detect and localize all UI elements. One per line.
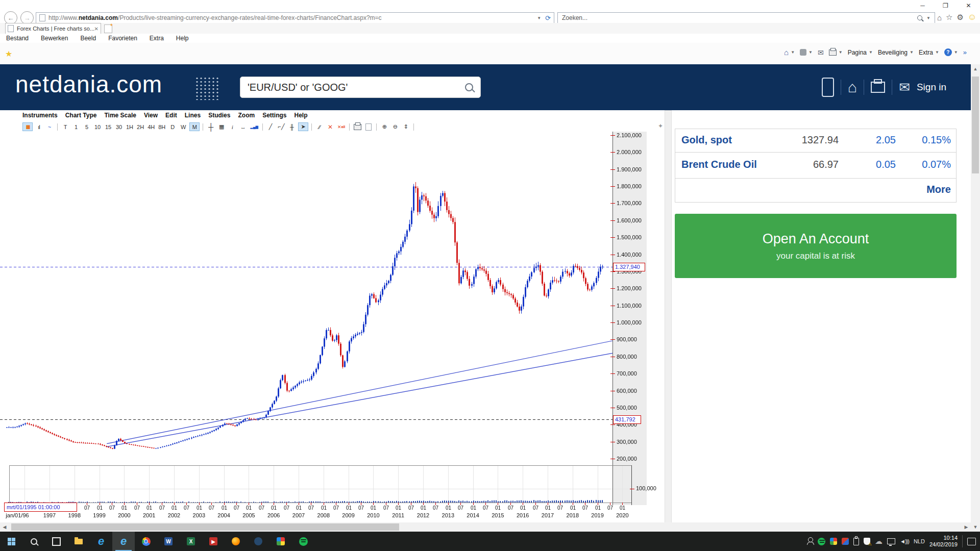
volume-icon[interactable]: ▂▄▆ [249, 123, 259, 131]
network-tray-icon[interactable] [887, 538, 895, 544]
chart-menu-settings[interactable]: Settings [262, 112, 286, 119]
chart-menu-help[interactable]: Help [294, 112, 307, 119]
info-icon[interactable]: i [228, 123, 237, 131]
print-preview-icon[interactable] [364, 123, 373, 131]
delete-all-lines-icon[interactable]: ✕all [336, 123, 346, 131]
address-dropdown-icon[interactable]: ▼ [537, 16, 541, 20]
search-box[interactable]: Zoeken... ▼ [557, 12, 935, 23]
grid-icon[interactable]: ▦ [217, 123, 226, 131]
site-print-icon[interactable] [871, 82, 885, 93]
horizontal-scroll-thumb[interactable] [11, 523, 399, 531]
taskbar-search-button[interactable] [22, 532, 45, 551]
task-view-button[interactable] [45, 532, 67, 551]
chart-canvas[interactable] [0, 132, 664, 522]
tab-forex-charts[interactable]: Forex Charts | Free charts so... ✕ [5, 23, 101, 34]
menu-favorieten[interactable]: Favorieten [108, 35, 137, 42]
timeframe-1h[interactable]: 1H [125, 123, 134, 131]
firefox-button[interactable] [225, 532, 247, 551]
start-button[interactable] [0, 532, 22, 551]
refresh-icon[interactable]: ⟳ [545, 14, 551, 22]
watchlist-row-gold[interactable]: Gold, spot 1327.94 2.05 0.15% [675, 129, 956, 153]
overflow-chevron[interactable]: » [963, 48, 967, 56]
app-dark-button[interactable] [247, 532, 270, 551]
pointer-icon[interactable]: ➤ [298, 122, 308, 131]
security-shield-tray-icon[interactable] [864, 538, 870, 545]
minimize-button[interactable]: ─ [911, 0, 934, 11]
applet-scroll-strip[interactable] [665, 110, 672, 523]
vertical-scroll-thumb[interactable] [972, 77, 979, 173]
candlestick-chart-icon[interactable]: ▮▮ [22, 122, 33, 131]
address-bar[interactable]: http://www.netdania.com/Products/live-st… [36, 12, 554, 23]
app-color-button[interactable] [270, 532, 292, 551]
home-icon[interactable]: ⌂ [937, 13, 942, 22]
bar-chart-icon[interactable]: ıl [34, 123, 43, 131]
spotify-tray-icon[interactable] [818, 538, 825, 545]
beveiliging-command[interactable]: Beveiliging▼ [878, 49, 914, 56]
timeframe-w[interactable]: W [179, 123, 188, 131]
timeframe-m[interactable]: M [189, 122, 200, 131]
site-mail-icon[interactable]: ✉ [899, 80, 910, 95]
instrument-name[interactable]: Gold, spot [681, 134, 732, 146]
more-link[interactable]: More [926, 184, 951, 195]
parallel-lines-icon[interactable]: ∕∕ [315, 123, 324, 131]
app-red-button[interactable]: ▶ [202, 532, 225, 551]
mobile-icon[interactable] [822, 78, 834, 97]
language-indicator[interactable]: NLD [914, 538, 925, 544]
people-tray-icon[interactable] [808, 540, 813, 542]
timeframe-5[interactable]: 5 [82, 123, 91, 131]
line-chart-icon[interactable]: ~ [45, 123, 54, 131]
spotify-button[interactable] [292, 532, 314, 551]
crosshair-icon[interactable]: ┼ [206, 123, 215, 131]
chrome-button[interactable] [135, 532, 157, 551]
scroll-down-icon[interactable]: ▼ [971, 522, 980, 532]
timeframe-4h[interactable]: 4H [146, 123, 156, 131]
timeframe-30[interactable]: 30 [114, 123, 124, 131]
timeframe-10[interactable]: 10 [93, 123, 102, 131]
edge-button[interactable]: e [90, 532, 112, 551]
site-home-icon[interactable]: ⌂ [848, 80, 857, 95]
restore-button[interactable]: ❐ [934, 0, 957, 11]
menu-extra[interactable]: Extra [150, 35, 164, 42]
volume-tray-icon[interactable]: ◄))) [900, 538, 909, 544]
scroll-right-icon[interactable]: ▶ [962, 522, 971, 532]
zoom-in-icon[interactable]: ⊕ [380, 123, 389, 131]
timeframe-15[interactable]: 15 [104, 123, 113, 131]
zoom-out-icon[interactable]: ⊖ [390, 123, 400, 131]
chart-menu-zoom[interactable]: Zoom [238, 112, 255, 119]
watchlist-row-brent[interactable]: Brent Crude Oil 66.97 0.05 0.07% [675, 153, 956, 179]
pagina-command[interactable]: Pagina▼ [848, 49, 873, 56]
horizontal-scale-icon[interactable]: ↔ [238, 123, 248, 131]
feedback-smiley-icon[interactable]: ☺ [968, 12, 976, 22]
open-account-button[interactable]: Open An Account your capital is at risk [675, 214, 957, 278]
cleaner-tray-icon[interactable] [842, 538, 849, 545]
instrument-name[interactable]: Brent Crude Oil [681, 159, 757, 170]
chart-print-icon[interactable] [353, 123, 362, 131]
favorites-star-icon[interactable]: ☆ [946, 13, 952, 22]
vertical-scrollbar[interactable]: ▲ ▼ [971, 64, 980, 532]
clock[interactable]: 10:14 24/02/2019 [929, 535, 958, 548]
timeframe-1[interactable]: 1 [71, 123, 81, 131]
menu-bewerken[interactable]: Bewerken [41, 35, 68, 42]
extra-command[interactable]: Extra▼ [919, 49, 939, 56]
file-explorer-button[interactable] [67, 532, 90, 551]
ray-line-icon[interactable]: ⌐╱ [277, 123, 286, 131]
timeframe-tick[interactable]: T [61, 123, 70, 131]
timeframe-d[interactable]: D [168, 123, 177, 131]
help-command[interactable]: ?▼ [944, 48, 958, 56]
print-command[interactable]: ▼ [829, 49, 843, 56]
search-dropdown-icon[interactable]: ▼ [926, 16, 930, 20]
read-mail-command[interactable]: ✉ [818, 48, 824, 57]
word-button[interactable]: W [157, 532, 180, 551]
feeds-command[interactable]: ▼ [800, 49, 813, 56]
menu-bestand[interactable]: Bestand [6, 35, 29, 42]
onedrive-cloud-icon[interactable]: ☁ [875, 537, 883, 546]
instrument-search-icon[interactable] [465, 83, 473, 91]
menu-help[interactable]: Help [176, 35, 189, 42]
antivirus-tray-icon[interactable] [830, 538, 837, 545]
add-favorite-star-icon[interactable]: ★ [5, 49, 12, 59]
pin-panel-icon[interactable]: ✦ [658, 122, 663, 130]
excel-button[interactable]: X [180, 532, 202, 551]
channel-icon[interactable]: ╫ [287, 123, 297, 131]
home-command[interactable]: ⌂▼ [784, 48, 795, 57]
timeframe-2h[interactable]: 2H [136, 123, 145, 131]
